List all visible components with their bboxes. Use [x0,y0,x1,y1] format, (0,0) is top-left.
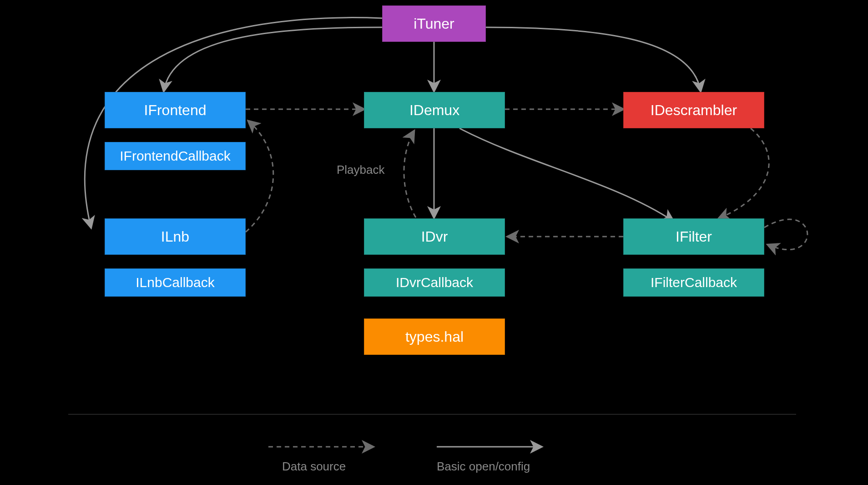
node-ifrontend: IFrontend [105,92,246,128]
node-ilnb: ILnb [105,218,246,255]
node-idvr-callback: IDvrCallback [364,268,505,297]
node-ifilter: IFilter [623,218,764,255]
node-idvr: IDvr [364,218,505,255]
node-ifilter-callback: IFilterCallback [623,268,764,297]
node-ilnb-callback: ILnbCallback [105,268,246,297]
legend-dashed-label: Data source [282,460,346,474]
node-idescrambler: IDescrambler [623,92,764,128]
legend-solid-label: Basic open/config [437,460,530,474]
node-types-hal: types.hal [364,318,505,355]
diagram-canvas: iTuner IFrontend IFrontendCallback IDemu… [0,0,868,485]
label-playback: Playback [337,163,385,177]
legend-separator [68,414,796,414]
node-idemux: IDemux [364,92,505,128]
node-ifrontend-callback: IFrontendCallback [105,142,246,170]
node-ituner: iTuner [382,5,486,42]
